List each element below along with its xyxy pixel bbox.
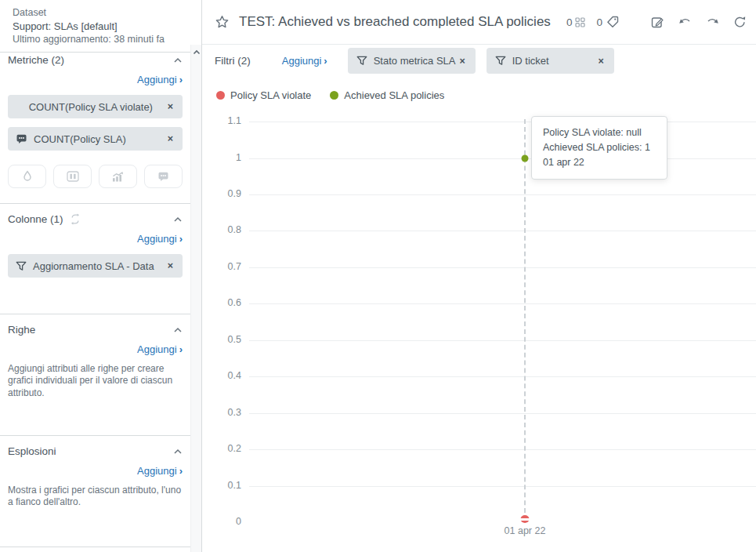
filter-chip[interactable]: ID ticket × — [487, 48, 614, 74]
y-axis-tick-label: 0.9 — [202, 188, 241, 199]
chevron-right-icon: › — [179, 233, 183, 245]
section-divider — [0, 314, 190, 314]
chat-icon — [16, 134, 27, 144]
remove-icon[interactable]: × — [166, 101, 175, 112]
section-divider — [0, 547, 190, 547]
gridline — [249, 486, 756, 487]
explosions-section-header[interactable]: Esplosioni — [8, 445, 183, 457]
chevron-right-icon: › — [179, 74, 183, 85]
chart-tool-button[interactable] — [99, 165, 137, 188]
y-axis-tick-label: 0.8 — [202, 224, 241, 235]
metrics-add-button[interactable]: Aggiungi› — [137, 74, 183, 85]
metrics-section-header[interactable]: Metriche (2) — [8, 54, 183, 66]
rows-section-header[interactable]: Righe — [8, 324, 183, 336]
rows-description: Aggiungi attributi alle righe per creare… — [8, 363, 183, 399]
chevron-right-icon: › — [324, 55, 327, 67]
metric-chip[interactable]: COUNT(Policy SLA) × — [8, 127, 183, 151]
funnel-icon — [16, 261, 27, 271]
metric-chip-label: COUNT(Policy SLA violate) — [16, 101, 166, 113]
refresh-button[interactable] — [732, 14, 748, 30]
metrics-section-title: Metriche (2) — [8, 54, 64, 66]
metric-chip[interactable]: COUNT(Policy SLA violate) × — [8, 95, 183, 118]
funnel-icon — [495, 56, 506, 66]
dataset-label: Dataset — [13, 6, 189, 20]
chevron-up-icon[interactable] — [173, 57, 183, 64]
funnel-icon — [356, 56, 367, 66]
sidebar-scrollbar[interactable] — [190, 45, 201, 552]
y-axis-tick-label: 0.6 — [202, 297, 241, 308]
gridline — [249, 267, 756, 268]
undo-icon — [678, 16, 692, 27]
sidebar-content: Metriche (2) Aggiungi› COUNT(Policy SLA … — [0, 45, 190, 552]
explosions-section-title: Esplosioni — [8, 445, 56, 457]
filters-add-button[interactable]: Aggiungi› — [282, 55, 327, 67]
legend-dot-0 — [216, 91, 225, 100]
x-axis-tick-label: 01 apr 22 — [505, 525, 546, 536]
data-point-policy-sla-violate[interactable] — [521, 515, 530, 523]
remove-icon[interactable]: × — [596, 56, 605, 67]
columns-tool-button[interactable] — [53, 165, 92, 188]
droplet-tool-button[interactable] — [8, 165, 46, 188]
droplet-icon — [22, 170, 33, 183]
redo-icon — [706, 16, 719, 27]
chat-icon — [157, 172, 169, 182]
columns-icon — [67, 171, 79, 182]
rows-add-button[interactable]: Aggiungi› — [137, 343, 183, 355]
pivot-swap-icon[interactable] — [69, 213, 81, 225]
tooltip-line: 01 apr 22 — [543, 155, 656, 170]
legend-label: Achieved SLA policies — [344, 89, 444, 101]
gridline — [249, 122, 756, 122]
chevron-right-icon: › — [179, 465, 183, 477]
star-icon[interactable] — [215, 15, 230, 29]
chevron-up-icon[interactable] — [173, 327, 183, 333]
dashboards-counter[interactable]: 0 — [566, 16, 586, 28]
plot-area[interactable]: 01 apr 22 Policy SLA violate: null Achie… — [202, 110, 756, 552]
refresh-icon — [733, 16, 747, 28]
bar-chart-icon — [111, 171, 125, 182]
redo-button[interactable] — [704, 15, 721, 29]
gridline — [249, 376, 756, 377]
chevron-up-icon[interactable] — [173, 448, 183, 455]
tags-counter[interactable]: 0 — [596, 16, 620, 28]
filter-bar: Filtri (2) Aggiungi› Stato metrica SLA ×… — [202, 45, 756, 77]
section-divider — [0, 435, 190, 436]
hover-crosshair-line — [524, 119, 526, 521]
y-axis-tick-label: 0.7 — [202, 261, 241, 272]
chat-tool-button[interactable] — [144, 165, 183, 188]
gridline — [249, 303, 756, 304]
chevron-up-icon[interactable] — [173, 216, 183, 223]
gridline — [249, 194, 756, 195]
scroll-up-icon[interactable] — [193, 49, 201, 55]
legend-label: Policy SLA violate — [230, 89, 311, 101]
filter-chip[interactable]: Stato metrica SLA × — [348, 48, 476, 74]
remove-icon[interactable]: × — [166, 260, 175, 271]
query-header: TEST: Achieved vs breached completed SLA… — [202, 0, 756, 45]
legend-item[interactable]: Policy SLA violate — [216, 89, 311, 101]
data-point-achieved-sla-policies[interactable] — [522, 154, 529, 162]
legend-item[interactable]: Achieved SLA policies — [330, 89, 444, 101]
remove-icon[interactable]: × — [458, 56, 466, 67]
chart-legend: Policy SLA violate Achieved SLA policies — [202, 77, 756, 104]
edit-button[interactable] — [649, 14, 666, 31]
tooltip-line: Policy SLA violate: null — [543, 125, 656, 140]
y-axis-tick-label: 0 — [202, 516, 241, 527]
explosions-add-button[interactable]: Aggiungi› — [137, 465, 183, 477]
remove-icon[interactable]: × — [166, 133, 175, 144]
y-axis-tick-label: 1.1 — [202, 115, 241, 126]
dataset-name: Support: SLAs [default] — [13, 20, 189, 33]
y-axis-tick-label: 1 — [202, 152, 241, 163]
gridline — [249, 158, 756, 159]
metric-chip-label: COUNT(Policy SLA) — [34, 133, 126, 145]
undo-button[interactable] — [677, 15, 693, 29]
columns-section-header[interactable]: Colonne (1) — [8, 213, 183, 225]
y-axis-tick-label: 0.1 — [202, 480, 241, 491]
page-title: TEST: Achieved vs breached completed SLA… — [239, 14, 551, 30]
chart-tooltip: Policy SLA violate: null Achieved SLA po… — [531, 116, 667, 180]
columns-add-button[interactable]: Aggiungi› — [137, 233, 183, 245]
y-axis-tick-label: 0.3 — [202, 407, 241, 418]
dashboards-count: 0 — [566, 16, 573, 28]
gridline — [249, 449, 756, 450]
query-builder-sidebar: Dataset Support: SLAs [default] Ultimo a… — [0, 0, 202, 552]
filter-chip-label: Stato metrica SLA — [374, 55, 456, 67]
column-chip[interactable]: Aggiornamento SLA - Data × — [8, 254, 183, 278]
